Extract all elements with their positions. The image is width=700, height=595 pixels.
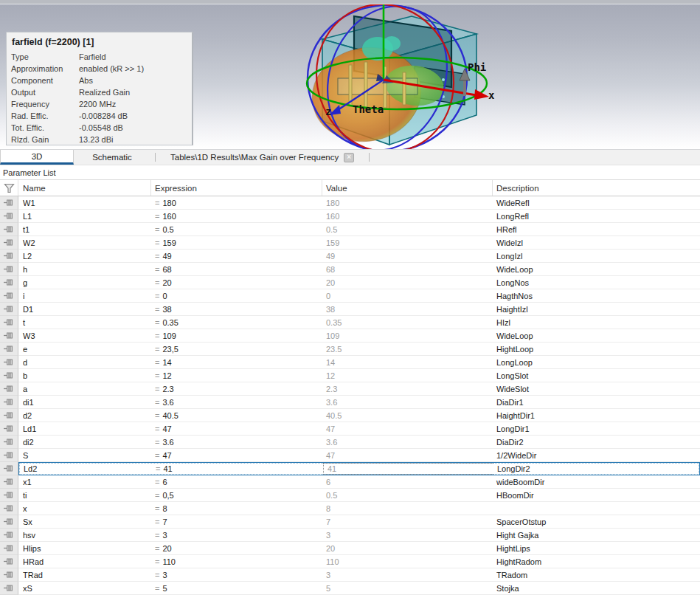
param-name-cell[interactable]: Sx [18, 515, 151, 528]
param-name-cell[interactable]: S [18, 449, 151, 461]
param-description-cell[interactable]: DiaDir2 [493, 436, 700, 448]
table-row[interactable]: d2 = 40.5 40.5 HaightDir1 [0, 409, 700, 422]
pin-cell[interactable] [0, 236, 18, 250]
table-row[interactable]: d = 14 14 LongLoop [0, 356, 700, 369]
param-description-cell[interactable]: Stojka [493, 582, 700, 594]
param-expression-cell[interactable]: = 2.3 [151, 382, 322, 395]
param-value-cell[interactable]: 0.35 [322, 316, 493, 329]
param-value-cell[interactable]: 180 [322, 196, 493, 209]
param-value-cell[interactable]: 0 [322, 289, 493, 302]
param-value-cell[interactable]: 47 [322, 422, 493, 435]
param-name-cell[interactable]: Hlips [18, 542, 151, 554]
param-value-cell[interactable]: 41 [323, 463, 493, 475]
table-row[interactable]: Ld2 = 41 41 LongDir2 [0, 462, 700, 475]
table-row[interactable]: di1 = 3.6 3.6 DiaDir1 [0, 396, 700, 409]
param-expression-cell[interactable]: = 20 [151, 542, 322, 554]
pin-cell[interactable] [0, 396, 18, 409]
param-name-cell[interactable]: h [18, 263, 151, 275]
pin-cell[interactable] [0, 462, 18, 475]
param-value-cell[interactable]: 2.3 [322, 382, 493, 395]
param-name-cell[interactable]: HRad [18, 555, 151, 568]
param-value-cell[interactable]: 20 [322, 542, 493, 554]
param-expression-cell[interactable]: = 159 [151, 236, 322, 249]
param-name-cell[interactable]: L2 [18, 250, 151, 262]
param-description-cell[interactable] [493, 502, 700, 515]
table-row[interactable]: ti = 0,5 0.5 HBoomDir [0, 489, 700, 502]
param-value-cell[interactable]: 12 [322, 369, 493, 382]
param-name-cell[interactable]: i [18, 289, 151, 302]
pin-cell[interactable] [0, 542, 18, 555]
param-name-cell[interactable]: W1 [18, 196, 151, 209]
pin-cell[interactable] [0, 276, 18, 289]
pin-cell[interactable] [0, 422, 18, 436]
pin-cell[interactable] [0, 263, 18, 276]
param-description-cell[interactable]: 1/2WideDir [493, 449, 700, 461]
param-name-cell[interactable]: ti [18, 489, 151, 501]
param-description-cell[interactable]: HaightIzl [493, 303, 700, 315]
param-expression-cell[interactable]: = 180 [151, 196, 322, 209]
param-name-cell[interactable]: D1 [18, 303, 151, 315]
pin-cell[interactable] [0, 529, 18, 542]
pin-cell[interactable] [0, 436, 18, 449]
param-value-cell[interactable]: 0.5 [322, 223, 493, 235]
pin-cell[interactable] [0, 223, 18, 236]
param-value-cell[interactable]: 3.6 [322, 396, 493, 408]
param-description-cell[interactable]: LongLoop [493, 356, 700, 368]
param-value-cell[interactable]: 3 [322, 529, 493, 541]
param-value-cell[interactable]: 40.5 [322, 409, 493, 422]
param-expression-cell[interactable]: = 7 [151, 515, 322, 528]
param-name-cell[interactable]: di2 [18, 436, 151, 448]
pin-cell[interactable] [0, 343, 18, 356]
param-name-cell[interactable]: t1 [18, 223, 151, 235]
pin-cell[interactable] [0, 449, 18, 462]
param-value-cell[interactable]: 38 [322, 303, 493, 315]
param-expression-cell[interactable]: = 14 [151, 356, 322, 368]
param-description-cell[interactable]: LongIzl [493, 250, 700, 262]
param-value-cell[interactable]: 160 [322, 210, 493, 222]
table-row[interactable]: W3 = 109 109 WideLoop [0, 329, 700, 343]
param-expression-cell[interactable]: = 0.5 [151, 223, 322, 235]
pin-cell[interactable] [0, 316, 18, 329]
param-description-cell[interactable]: HaightDir1 [493, 409, 700, 422]
param-expression-cell[interactable]: = 20 [151, 276, 322, 289]
tab-schematic[interactable]: Schematic [74, 150, 150, 165]
table-row[interactable]: x = 8 8 [0, 502, 700, 515]
param-description-cell[interactable]: WideSlot [493, 382, 700, 395]
pin-cell[interactable] [0, 250, 18, 263]
param-expression-cell[interactable]: = 23,5 [151, 343, 322, 355]
param-value-cell[interactable]: 49 [322, 250, 493, 262]
param-description-cell[interactable]: WideLoop [493, 263, 700, 275]
pin-cell[interactable] [0, 210, 18, 223]
param-expression-cell[interactable]: = 12 [151, 369, 322, 382]
table-row[interactable]: xS = 5 5 Stojka [0, 582, 700, 595]
param-description-cell[interactable]: HIzl [493, 316, 700, 329]
param-value-cell[interactable]: 14 [322, 356, 493, 368]
param-name-cell[interactable]: e [18, 343, 151, 355]
table-row[interactable]: e = 23,5 23.5 HightLoop [0, 343, 700, 356]
param-name-cell[interactable]: b [18, 369, 151, 382]
param-value-cell[interactable]: 3.6 [322, 436, 493, 448]
param-description-cell[interactable]: HRefl [493, 223, 700, 235]
param-expression-cell[interactable]: = 8 [151, 502, 322, 515]
param-description-cell[interactable]: HightLips [493, 542, 700, 554]
pin-cell[interactable] [0, 568, 18, 582]
param-expression-cell[interactable]: = 49 [151, 250, 322, 262]
param-name-cell[interactable]: W2 [18, 236, 151, 249]
param-description-cell[interactable]: Hight Gajka [493, 529, 700, 541]
param-value-cell[interactable]: 110 [322, 555, 493, 568]
param-expression-cell[interactable]: = 3 [151, 529, 322, 541]
param-name-cell[interactable]: Ld2 [19, 463, 152, 475]
table-row[interactable]: L2 = 49 49 LongIzl [0, 250, 700, 263]
param-value-cell[interactable]: 47 [322, 449, 493, 461]
pin-cell[interactable] [0, 196, 18, 210]
param-description-cell[interactable]: HBoomDir [493, 489, 700, 501]
param-value-cell[interactable]: 7 [322, 515, 493, 528]
param-name-cell[interactable]: d [18, 356, 151, 368]
param-value-cell[interactable]: 3 [322, 568, 493, 581]
column-header-value[interactable]: Value [322, 180, 493, 196]
table-row[interactable]: S = 47 47 1/2WideDir [0, 449, 700, 462]
pin-cell[interactable] [0, 289, 18, 303]
pin-cell[interactable] [0, 515, 18, 529]
filter-header-cell[interactable] [0, 180, 18, 196]
table-row[interactable]: HRad = 110 110 HightRadom [0, 555, 700, 568]
